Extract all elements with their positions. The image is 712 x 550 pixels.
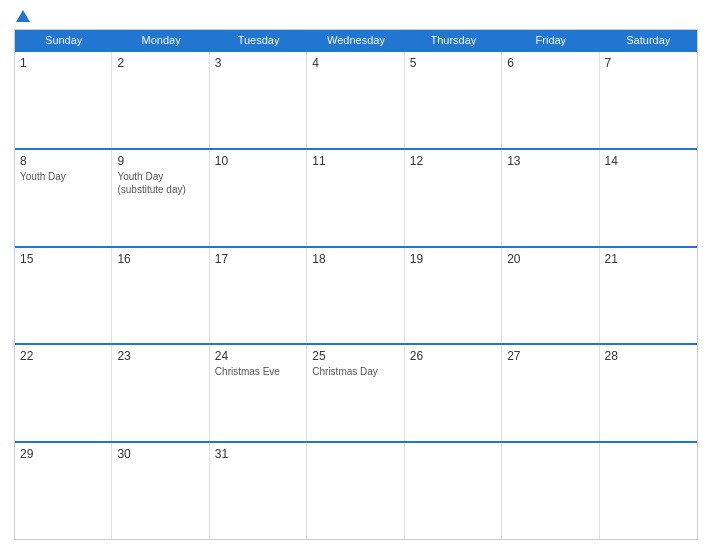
header bbox=[14, 10, 698, 23]
calendar-header: SundayMondayTuesdayWednesdayThursdayFrid… bbox=[15, 30, 697, 50]
cal-cell: 2 bbox=[112, 52, 209, 148]
cal-cell: 8Youth Day bbox=[15, 150, 112, 246]
day-number: 8 bbox=[20, 154, 106, 168]
week-row-0: 1234567 bbox=[15, 50, 697, 148]
cal-cell: 24Christmas Eve bbox=[210, 345, 307, 441]
day-number: 26 bbox=[410, 349, 496, 363]
day-number: 10 bbox=[215, 154, 301, 168]
cal-cell: 17 bbox=[210, 248, 307, 344]
cal-cell: 18 bbox=[307, 248, 404, 344]
week-row-4: 293031 bbox=[15, 441, 697, 539]
day-number: 25 bbox=[312, 349, 398, 363]
day-number: 5 bbox=[410, 56, 496, 70]
cal-cell bbox=[502, 443, 599, 539]
cal-cell: 22 bbox=[15, 345, 112, 441]
cal-cell: 30 bbox=[112, 443, 209, 539]
header-day-wednesday: Wednesday bbox=[307, 30, 404, 50]
day-number: 14 bbox=[605, 154, 692, 168]
week-row-1: 8Youth Day9Youth Day(substitute day)1011… bbox=[15, 148, 697, 246]
cal-cell: 11 bbox=[307, 150, 404, 246]
day-number: 30 bbox=[117, 447, 203, 461]
calendar-event: Youth Day bbox=[117, 170, 203, 183]
cal-cell: 7 bbox=[600, 52, 697, 148]
day-number: 2 bbox=[117, 56, 203, 70]
day-number: 1 bbox=[20, 56, 106, 70]
cal-cell: 25Christmas Day bbox=[307, 345, 404, 441]
cal-cell bbox=[307, 443, 404, 539]
day-number: 23 bbox=[117, 349, 203, 363]
day-number: 17 bbox=[215, 252, 301, 266]
day-number: 6 bbox=[507, 56, 593, 70]
cal-cell: 31 bbox=[210, 443, 307, 539]
week-row-3: 222324Christmas Eve25Christmas Day262728 bbox=[15, 343, 697, 441]
cal-cell: 13 bbox=[502, 150, 599, 246]
cal-cell bbox=[405, 443, 502, 539]
cal-cell: 1 bbox=[15, 52, 112, 148]
header-day-sunday: Sunday bbox=[15, 30, 112, 50]
day-number: 27 bbox=[507, 349, 593, 363]
day-number: 9 bbox=[117, 154, 203, 168]
day-number: 16 bbox=[117, 252, 203, 266]
cal-cell: 6 bbox=[502, 52, 599, 148]
cal-cell: 16 bbox=[112, 248, 209, 344]
header-day-tuesday: Tuesday bbox=[210, 30, 307, 50]
day-number: 29 bbox=[20, 447, 106, 461]
logo bbox=[14, 10, 30, 23]
day-number: 24 bbox=[215, 349, 301, 363]
cal-cell: 15 bbox=[15, 248, 112, 344]
day-number: 18 bbox=[312, 252, 398, 266]
cal-cell: 21 bbox=[600, 248, 697, 344]
cal-cell: 12 bbox=[405, 150, 502, 246]
day-number: 19 bbox=[410, 252, 496, 266]
cal-cell: 9Youth Day(substitute day) bbox=[112, 150, 209, 246]
header-day-monday: Monday bbox=[112, 30, 209, 50]
cal-cell: 20 bbox=[502, 248, 599, 344]
day-number: 4 bbox=[312, 56, 398, 70]
day-number: 3 bbox=[215, 56, 301, 70]
cal-cell: 3 bbox=[210, 52, 307, 148]
day-number: 31 bbox=[215, 447, 301, 461]
day-number: 21 bbox=[605, 252, 692, 266]
page: SundayMondayTuesdayWednesdayThursdayFrid… bbox=[0, 0, 712, 550]
cal-cell: 23 bbox=[112, 345, 209, 441]
week-row-2: 15161718192021 bbox=[15, 246, 697, 344]
calendar-event: Christmas Day bbox=[312, 365, 398, 378]
cal-cell bbox=[600, 443, 697, 539]
day-number: 7 bbox=[605, 56, 692, 70]
cal-cell: 27 bbox=[502, 345, 599, 441]
cal-cell: 26 bbox=[405, 345, 502, 441]
day-number: 13 bbox=[507, 154, 593, 168]
calendar-body: 12345678Youth Day9Youth Day(substitute d… bbox=[15, 50, 697, 539]
day-number: 11 bbox=[312, 154, 398, 168]
cal-cell: 4 bbox=[307, 52, 404, 148]
cal-cell: 10 bbox=[210, 150, 307, 246]
day-number: 20 bbox=[507, 252, 593, 266]
day-number: 15 bbox=[20, 252, 106, 266]
cal-cell: 19 bbox=[405, 248, 502, 344]
header-day-thursday: Thursday bbox=[405, 30, 502, 50]
day-number: 28 bbox=[605, 349, 692, 363]
calendar-event: Christmas Eve bbox=[215, 365, 301, 378]
calendar-event: Youth Day bbox=[20, 170, 106, 183]
calendar-event: (substitute day) bbox=[117, 183, 203, 196]
cal-cell: 29 bbox=[15, 443, 112, 539]
header-day-friday: Friday bbox=[502, 30, 599, 50]
cal-cell: 14 bbox=[600, 150, 697, 246]
calendar: SundayMondayTuesdayWednesdayThursdayFrid… bbox=[14, 29, 698, 540]
logo-triangle-icon bbox=[16, 10, 30, 22]
day-number: 12 bbox=[410, 154, 496, 168]
cal-cell: 28 bbox=[600, 345, 697, 441]
day-number: 22 bbox=[20, 349, 106, 363]
cal-cell: 5 bbox=[405, 52, 502, 148]
header-day-saturday: Saturday bbox=[600, 30, 697, 50]
